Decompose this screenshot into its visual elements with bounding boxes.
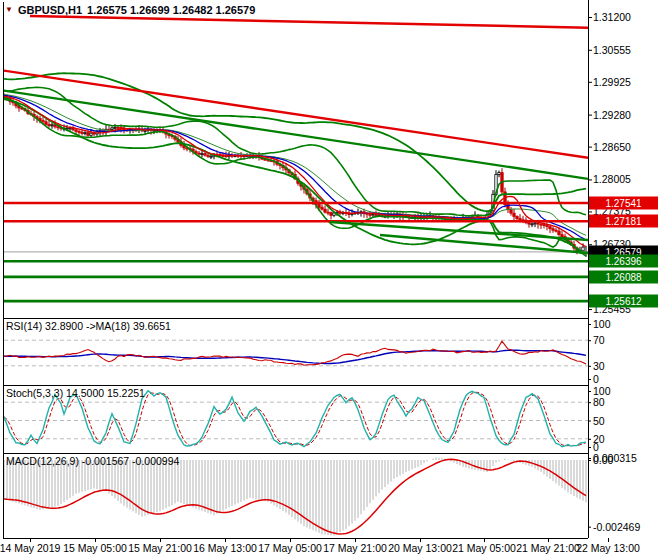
- time-axis-label: 22 May 13:00: [576, 543, 640, 554]
- time-axis-label: 15 May 05:00: [63, 543, 127, 554]
- chart-surface[interactable]: [0, 0, 660, 560]
- symbol-dropdown-icon: ▼: [5, 6, 13, 14]
- macd-panel: [4, 457, 586, 535]
- symbol-timeframe: GBPUSD,H1: [18, 4, 82, 16]
- rsi-axis-label: 0: [593, 374, 599, 385]
- main-price-panel: [0, 16, 588, 301]
- price-tick-label: 1.28650: [593, 141, 631, 152]
- time-axis-label: 21 May 05:00: [452, 543, 516, 554]
- price-badge-support: 1.25612: [589, 295, 658, 308]
- time-axis-label: 21 May 21:00: [516, 543, 580, 554]
- macd-axis-label: 0.00: [593, 455, 613, 466]
- price-tick-label: 1.30555: [593, 45, 631, 56]
- price-tick-label: 1.28005: [593, 174, 631, 185]
- chart-title: ▼ GBPUSD,H1 1.26575 1.26699 1.26482 1.26…: [5, 4, 255, 16]
- time-axis-label: 17 May 21:00: [323, 543, 387, 554]
- time-axis-label: 20 May 13:00: [388, 543, 452, 554]
- macd-axis-label: -0.002469: [593, 521, 640, 532]
- time-axis-label: 15 May 21:00: [128, 543, 192, 554]
- stoch-indicator-label: Stoch(5,3,3) 14.5000 15.2251: [6, 387, 145, 399]
- red-trendline: [30, 16, 588, 28]
- price-badge-support: 1.26088: [589, 270, 658, 283]
- stoch-axis-label: 100: [593, 386, 611, 397]
- price-tick-label: 1.29280: [593, 109, 631, 120]
- rsi-axis-label: 70: [593, 335, 605, 346]
- red-trendline: [0, 70, 588, 158]
- price-badge-resistance: 1.27181: [589, 215, 658, 228]
- stoch-d-line: [4, 392, 586, 445]
- stoch-axis-label: 80: [593, 397, 605, 408]
- ohlc-values: 1.26575 1.26699 1.26482 1.26579: [87, 4, 255, 16]
- stoch-axis-label: 0: [593, 442, 599, 453]
- macd-indicator-label: MACD(12,26,9) -0.001567 -0.000994: [6, 455, 179, 467]
- rsi-indicator-label: RSI(14) 32.8900 ->MA(18) 39.6651: [6, 320, 171, 332]
- price-badge-resistance: 1.27541: [589, 197, 658, 210]
- stoch-axis-label: 50: [593, 415, 605, 426]
- time-axis-label: 14 May 2019: [0, 543, 60, 554]
- price-badge-support: 1.26396: [589, 255, 658, 268]
- rsi-ma-line: [4, 350, 586, 363]
- rsi-axis-label: 100: [593, 319, 611, 330]
- price-tick-label: 1.31200: [593, 12, 631, 23]
- rsi-panel: [4, 340, 588, 366]
- rsi-axis-label: 30: [593, 361, 605, 372]
- price-tick-label: 1.29925: [593, 77, 631, 88]
- trading-chart-window: ▼ GBPUSD,H1 1.26575 1.26699 1.26482 1.26…: [0, 0, 660, 560]
- time-axis-label: 17 May 05:00: [258, 543, 322, 554]
- stochastic-panel: [4, 391, 588, 447]
- time-axis-label: 16 May 13:00: [193, 543, 257, 554]
